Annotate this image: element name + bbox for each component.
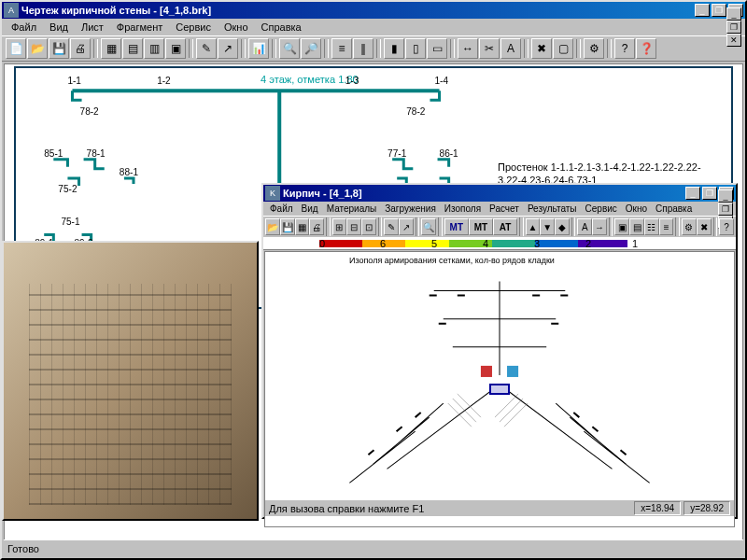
tool1-icon[interactable]: ✎: [196, 38, 217, 59]
menu-sheet[interactable]: Лист: [76, 21, 109, 34]
doc-minimize-button[interactable]: _: [726, 7, 741, 21]
c-t1-icon[interactable]: ⊞: [332, 218, 347, 235]
child-minimize-button[interactable]: _: [685, 187, 700, 200]
child-workarea[interactable]: Изополя армирования сетками, кол-во рядо…: [264, 251, 735, 527]
c-print-icon[interactable]: 🖨: [309, 218, 324, 235]
cmenu-help[interactable]: Справка: [652, 203, 696, 214]
grid-icon[interactable]: ▦: [101, 38, 121, 59]
maximize-button[interactable]: ❐: [712, 4, 726, 17]
c-arrow-icon[interactable]: ↗: [399, 218, 414, 235]
dim1-icon[interactable]: ↔: [458, 38, 478, 59]
c-s3-icon[interactable]: ☷: [644, 218, 659, 235]
rv3: 4: [483, 238, 488, 249]
cmenu-window[interactable]: Окно: [622, 203, 651, 214]
palette-icon[interactable]: ▥: [144, 38, 164, 59]
c-t2-icon[interactable]: ⊟: [346, 218, 361, 235]
lbl-77-1: 77-1: [388, 148, 407, 159]
child-maximize-button[interactable]: ❐: [702, 187, 717, 200]
render-3d-window[interactable]: [2, 241, 259, 521]
cdoc-restore-button[interactable]: ❐: [718, 203, 733, 216]
cmenu-calc[interactable]: Расчет: [486, 203, 523, 214]
dim3-icon[interactable]: A: [500, 38, 521, 59]
c-mtat2-icon[interactable]: MT: [469, 218, 493, 235]
c-s1-icon[interactable]: ▣: [614, 218, 629, 235]
building-render: [4, 243, 257, 519]
print-icon[interactable]: 🖨: [70, 38, 91, 59]
mode2-icon[interactable]: ▯: [405, 38, 426, 59]
c-s4-icon[interactable]: ≡: [659, 218, 674, 235]
c-s2-icon[interactable]: ▤: [629, 218, 644, 235]
c-b1-icon[interactable]: ▲: [526, 218, 541, 235]
c-b2-icon[interactable]: ▼: [540, 218, 555, 235]
zoom-out-icon[interactable]: 🔎: [301, 38, 321, 59]
c-text-icon[interactable]: A: [577, 218, 592, 235]
tool2-icon[interactable]: ↗: [218, 38, 238, 59]
lbl-86-1: 86-1: [440, 148, 459, 159]
c-save-icon[interactable]: 💾: [280, 218, 295, 235]
c-t3-icon[interactable]: ⊡: [361, 218, 376, 235]
cmenu-view[interactable]: Вид: [298, 203, 322, 214]
mode3-icon[interactable]: ▭: [427, 38, 447, 59]
save-icon[interactable]: 💾: [49, 38, 69, 59]
menu-file[interactable]: Файл: [6, 21, 42, 34]
menu-help[interactable]: Справка: [256, 21, 307, 34]
context-help-icon[interactable]: ❓: [636, 38, 656, 59]
doc-restore-button[interactable]: ❐: [726, 21, 741, 34]
menu-fragment[interactable]: Фрагмент: [111, 21, 168, 34]
c-x-icon[interactable]: ✖: [697, 218, 712, 235]
lbl-1-4: 1-4: [435, 76, 449, 86]
mode1-icon[interactable]: ▮: [384, 38, 404, 59]
svg-rect-1: [507, 366, 518, 377]
cmenu-materials[interactable]: Материалы: [323, 203, 381, 214]
lbl-1-1: 1-1: [67, 76, 81, 86]
chart-icon[interactable]: 📊: [248, 38, 269, 59]
child-toolbar: 📂 💾 ▦ 🖨 ⊞ ⊟ ⊡ ✎ ↗ 🔍 MT MT AT ▲ ▼ ◆ A → ▣…: [263, 216, 736, 237]
lbl-78-2b: 78-2: [406, 106, 426, 117]
lbl-1-3: 1-3: [345, 76, 359, 86]
child-title: Кирпич - [4_1,8]: [283, 188, 685, 199]
layers-icon[interactable]: ▤: [122, 38, 143, 59]
cmenu-results[interactable]: Результаты: [524, 203, 581, 214]
new-icon[interactable]: 📄: [6, 38, 26, 59]
align2-icon[interactable]: ‖: [353, 38, 374, 59]
align1-icon[interactable]: ≡: [331, 38, 352, 59]
rv5: 2: [585, 238, 591, 249]
rv1: 6: [380, 238, 386, 249]
open-icon[interactable]: 📂: [27, 38, 48, 59]
help-icon[interactable]: ?: [614, 38, 635, 59]
menu-window[interactable]: Окно: [218, 21, 254, 34]
c-edit-icon[interactable]: ✎: [384, 218, 399, 235]
c-zoom-icon[interactable]: 🔍: [421, 218, 436, 235]
c-mtat1-icon[interactable]: MT: [444, 218, 469, 235]
dim2-icon[interactable]: ✂: [479, 38, 500, 59]
cmenu-loads[interactable]: Загружения: [381, 203, 440, 214]
child-titlebar[interactable]: K Кирпич - [4_1,8] _ ❐ ✕: [263, 185, 736, 202]
table-icon[interactable]: ▣: [165, 38, 186, 59]
svg-rect-0: [481, 366, 492, 377]
select-icon[interactable]: ▢: [553, 38, 573, 59]
cmenu-service[interactable]: Сервис: [582, 203, 621, 214]
lbl-78-2a: 78-2: [80, 106, 100, 117]
child-statusbar: Для вызова справки нажмите F1 x=18.94 y=…: [265, 499, 734, 516]
delete-icon[interactable]: ✖: [531, 38, 552, 59]
minimize-button[interactable]: _: [695, 4, 710, 17]
c-settings-icon[interactable]: ⚙: [682, 218, 697, 235]
zoom-in-icon[interactable]: 🔍: [279, 38, 300, 59]
c-grid-icon[interactable]: ▦: [295, 218, 310, 235]
main-titlebar[interactable]: A Чертеж кирпичной стены - [4_1,8.brk] _…: [2, 2, 745, 19]
settings-icon[interactable]: ⚙: [584, 38, 604, 59]
c-b3-icon[interactable]: ◆: [555, 218, 570, 235]
main-menubar: Файл Вид Лист Фрагмент Сервис Окно Справ…: [2, 19, 745, 35]
rv4: 3: [534, 238, 540, 249]
c-open-icon[interactable]: 📂: [265, 218, 280, 235]
c-mtat3-icon[interactable]: AT: [493, 218, 517, 235]
menu-view[interactable]: Вид: [44, 21, 74, 34]
c-help-icon[interactable]: ?: [719, 218, 734, 235]
cdoc-min-button[interactable]: _: [718, 189, 733, 203]
child-menubar: Файл Вид Материалы Загружения Изополя Ра…: [263, 202, 736, 216]
doc-close-button[interactable]: ✕: [726, 34, 741, 47]
cmenu-file[interactable]: Файл: [266, 203, 297, 214]
menu-service[interactable]: Сервис: [170, 21, 217, 34]
cmenu-iso[interactable]: Изополя: [441, 203, 485, 214]
c-arrow2-icon[interactable]: →: [592, 218, 607, 235]
